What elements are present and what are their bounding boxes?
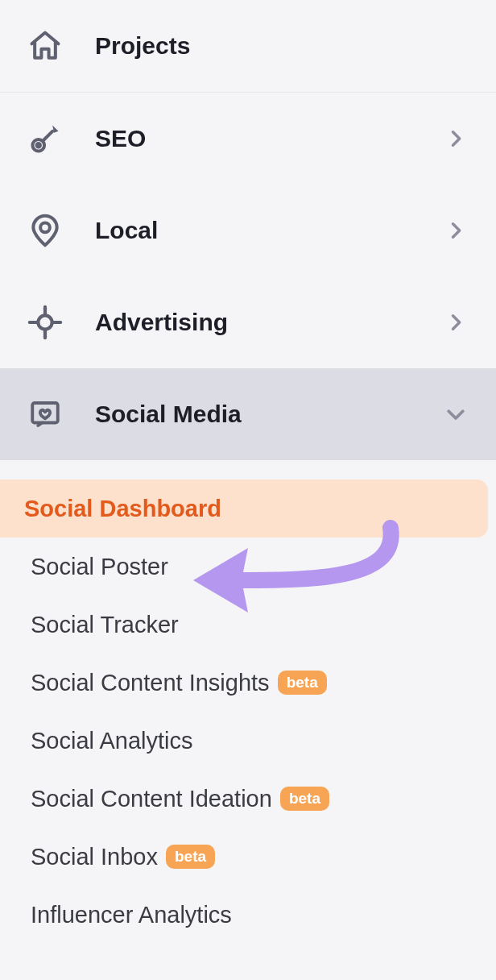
sub-item-dashboard[interactable]: Social Dashboard [0, 480, 488, 538]
sub-label-content-ideation: Social Content Ideation [31, 786, 272, 812]
beta-badge: beta [278, 671, 327, 695]
chevron-right-icon [443, 309, 469, 335]
sub-item-tracker[interactable]: Social Tracker [8, 596, 488, 654]
chevron-right-icon [443, 126, 469, 152]
target-icon [26, 303, 64, 342]
sub-item-analytics[interactable]: Social Analytics [8, 712, 488, 770]
pin-icon [26, 211, 64, 250]
nav-label-seo: SEO [95, 125, 443, 152]
svg-line-2 [43, 131, 52, 141]
sub-label-poster: Social Poster [31, 554, 168, 580]
chevron-right-icon [443, 218, 469, 243]
sub-item-poster[interactable]: Social Poster [8, 538, 488, 596]
nav-label-social: Social Media [95, 401, 443, 428]
nav-label-advertising: Advertising [95, 309, 443, 336]
sub-label-content-insights: Social Content Insights [31, 670, 270, 696]
nav-item-projects[interactable]: Projects [0, 0, 496, 92]
social-submenu: Social Dashboard Social Poster Social Tr… [0, 460, 496, 968]
sub-item-inbox[interactable]: Social Inbox beta [8, 828, 488, 886]
nav-label-local: Local [95, 217, 443, 244]
seo-icon [26, 119, 64, 158]
sub-item-influencer[interactable]: Influencer Analytics [8, 886, 488, 944]
beta-badge: beta [280, 787, 329, 811]
chevron-down-icon [443, 401, 469, 427]
nav-item-seo[interactable]: SEO [0, 93, 496, 185]
sub-label-analytics: Social Analytics [31, 728, 193, 754]
nav-item-local[interactable]: Local [0, 185, 496, 276]
sub-label-tracker: Social Tracker [31, 612, 179, 638]
home-icon [26, 27, 64, 65]
sub-item-content-ideation[interactable]: Social Content Ideation beta [8, 770, 488, 828]
nav-item-advertising[interactable]: Advertising [0, 276, 496, 368]
sub-label-inbox: Social Inbox [31, 844, 158, 870]
nav-item-social[interactable]: Social Media [0, 368, 496, 460]
svg-point-1 [37, 143, 40, 147]
svg-point-3 [40, 222, 50, 232]
sub-label-dashboard: Social Dashboard [24, 496, 221, 522]
sub-item-content-insights[interactable]: Social Content Insights beta [8, 654, 488, 712]
svg-point-4 [38, 315, 52, 329]
sidebar: Projects SEO Local [0, 0, 496, 968]
nav-label-projects: Projects [95, 32, 469, 60]
sub-label-influencer: Influencer Analytics [31, 902, 232, 928]
beta-badge: beta [166, 845, 215, 869]
social-icon [26, 395, 64, 434]
